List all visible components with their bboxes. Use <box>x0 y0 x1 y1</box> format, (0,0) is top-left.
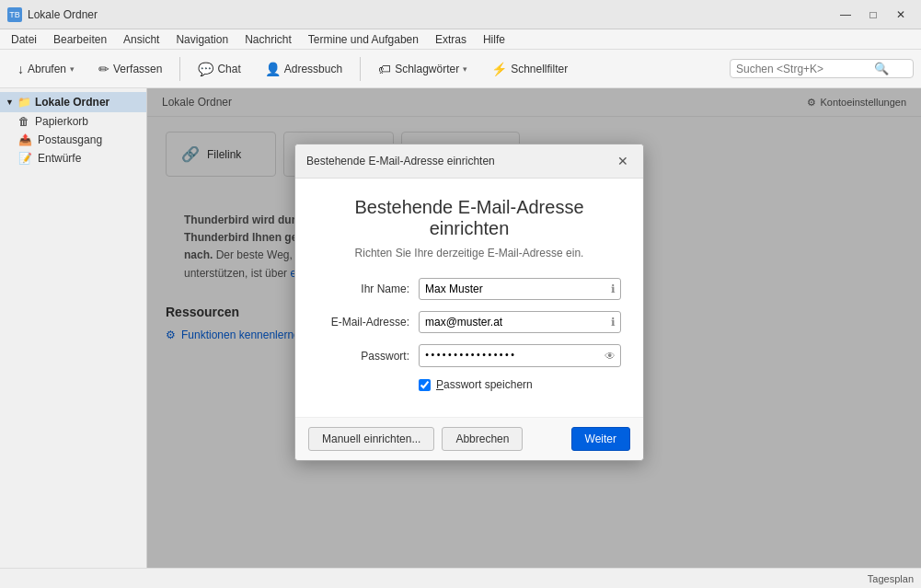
password-input-wrap: 👁 <box>419 344 621 367</box>
dialog-body: Bestehende E-Mail-Adresse einrichten Ric… <box>295 179 643 417</box>
email-row: E-Mail-Adresse: ℹ <box>317 311 621 333</box>
save-password-label[interactable]: Passwort speichern <box>436 378 533 391</box>
abrufen-icon: ↓ <box>17 62 24 76</box>
tag-icon: 🏷 <box>378 62 391 76</box>
dialog-header: Bestehende E-Mail-Adresse einrichten ✕ <box>295 144 643 179</box>
name-info-icon[interactable]: ℹ <box>611 282 616 295</box>
email-label-text: E-Mail-Adresse: <box>331 316 409 329</box>
name-input[interactable] <box>419 278 621 300</box>
sidebar-postausgang-label: Postausgang <box>38 133 102 146</box>
drafts-icon: 📝 <box>18 152 32 165</box>
sidebar-root-label: Lokale Ordner <box>35 96 109 109</box>
email-label: E-Mail-Adresse: <box>317 316 419 329</box>
menubar: Datei Bearbeiten Ansicht Navigation Nach… <box>0 29 921 50</box>
search-bar: 🔍 <box>730 59 914 78</box>
email-info-icon[interactable]: ℹ <box>611 316 616 329</box>
outbox-icon: 📤 <box>18 133 32 146</box>
main-layout: ▼ 📁 Lokale Ordner 🗑 Papierkorb 📤 Postaus… <box>0 88 921 568</box>
abrufen-button[interactable]: ↓ Abrufen ▾ <box>7 57 85 81</box>
separator-1 <box>179 57 180 81</box>
toolbar: ↓ Abrufen ▾ ✏ Verfassen 💬 Chat 👤 Adressb… <box>0 50 921 88</box>
manual-setup-button[interactable]: Manuell einrichten... <box>308 427 434 451</box>
email-input[interactable] <box>419 311 621 333</box>
filter-icon: ⚡ <box>491 62 507 76</box>
abrufen-label: Abrufen <box>28 63 66 75</box>
menu-nachricht[interactable]: Nachricht <box>237 31 299 48</box>
content-area: Lokale Ordner ⚙ Kontoeinstellungen 🔗 Fil… <box>147 88 921 568</box>
dialog-title-bar: Bestehende E-Mail-Adresse einrichten <box>306 155 495 167</box>
password-row: Passwort: 👁 <box>317 344 621 367</box>
sidebar: ▼ 📁 Lokale Ordner 🗑 Papierkorb 📤 Postaus… <box>0 88 147 568</box>
cancel-button[interactable]: Abbrechen <box>442 427 523 451</box>
name-label-text: Ihr Name: <box>361 282 409 295</box>
statusbar: Tagesplan <box>0 568 921 588</box>
adressbuch-label: Adressbuch <box>284 63 342 75</box>
sidebar-entwuerfe-label: Entwürfe <box>38 152 81 165</box>
abrufen-arrow: ▾ <box>70 64 75 74</box>
menu-termine[interactable]: Termine und Aufgaben <box>301 31 426 48</box>
chat-button[interactable]: 💬 Chat <box>188 57 250 81</box>
verfassen-label: Verfassen <box>113 63 162 75</box>
search-input[interactable] <box>736 63 874 75</box>
schlagwoerter-label: Schlagwörter <box>395 63 459 75</box>
chat-icon: 💬 <box>198 62 213 76</box>
menu-ansicht[interactable]: Ansicht <box>116 31 167 48</box>
folder-icon: 📁 <box>17 96 31 109</box>
save-password-label-text: P <box>436 378 443 391</box>
close-button[interactable]: ✕ <box>888 2 914 28</box>
adressbuch-button[interactable]: 👤 Adressbuch <box>255 57 352 81</box>
window-controls: — □ ✕ <box>833 2 914 28</box>
save-password-checkbox[interactable] <box>419 379 431 391</box>
password-label: Passwort: <box>317 350 419 363</box>
menu-navigation[interactable]: Navigation <box>168 31 236 48</box>
separator-2 <box>360 57 361 81</box>
save-password-row: Passwort speichern <box>419 378 621 391</box>
statusbar-right: Tagesplan <box>868 573 914 584</box>
maximize-button[interactable]: □ <box>860 2 886 28</box>
password-label-text: Passwort: <box>361 350 409 363</box>
dialog-close-button[interactable]: ✕ <box>614 152 632 170</box>
window-title: Lokale Ordner <box>28 8 98 21</box>
verfassen-icon: ✏ <box>98 62 109 76</box>
trash-icon: 🗑 <box>18 115 29 128</box>
schnellfilter-button[interactable]: ⚡ Schnellfilter <box>481 57 578 81</box>
sidebar-root[interactable]: ▼ 📁 Lokale Ordner <box>0 92 146 112</box>
chat-label: Chat <box>217 63 240 75</box>
sidebar-papierkorb-label: Papierkorb <box>35 115 88 128</box>
sidebar-root-arrow: ▼ <box>6 98 14 107</box>
app-icon: TB <box>7 7 22 22</box>
sidebar-item-papierkorb[interactable]: 🗑 Papierkorb <box>0 112 146 131</box>
password-input[interactable] <box>419 344 621 367</box>
schlagwoerter-button[interactable]: 🏷 Schlagwörter ▾ <box>368 57 478 81</box>
menu-bearbeiten[interactable]: Bearbeiten <box>46 31 114 48</box>
adressbuch-icon: 👤 <box>265 62 281 76</box>
menu-extras[interactable]: Extras <box>428 31 474 48</box>
email-setup-dialog: Bestehende E-Mail-Adresse einrichten ✕ B… <box>294 144 644 461</box>
name-row: Ihr Name: ℹ <box>317 278 621 300</box>
titlebar-left: TB Lokale Ordner <box>7 7 98 22</box>
sidebar-item-postausgang[interactable]: 📤 Postausgang <box>0 131 146 149</box>
sidebar-item-entwuerfe[interactable]: 📝 Entwürfe <box>0 149 146 167</box>
password-eye-icon[interactable]: 👁 <box>604 350 616 363</box>
search-button[interactable]: 🔍 <box>874 62 889 75</box>
menu-datei[interactable]: Datei <box>4 31 44 48</box>
name-input-wrap: ℹ <box>419 278 621 300</box>
dialog-footer: Manuell einrichten... Abbrechen Weiter <box>295 417 643 460</box>
email-input-wrap: ℹ <box>419 311 621 333</box>
minimize-button[interactable]: — <box>833 2 858 28</box>
schnellfilter-label: Schnellfilter <box>511 63 568 75</box>
verfassen-button[interactable]: ✏ Verfassen <box>88 57 172 81</box>
titlebar: TB Lokale Ordner — □ ✕ <box>0 0 921 29</box>
menu-hilfe[interactable]: Hilfe <box>476 31 512 48</box>
schlagwoerter-arrow: ▾ <box>463 64 467 74</box>
save-password-rest: asswort speichern <box>443 378 533 391</box>
name-label: Ihr Name: <box>317 282 419 295</box>
dialog-main-title: Bestehende E-Mail-Adresse einrichten <box>317 197 621 239</box>
next-button[interactable]: Weiter <box>571 427 630 451</box>
dialog-subtitle: Richten Sie Ihre derzeitige E-Mail-Adres… <box>317 247 621 259</box>
dialog-footer-left: Manuell einrichten... Abbrechen <box>308 427 523 451</box>
